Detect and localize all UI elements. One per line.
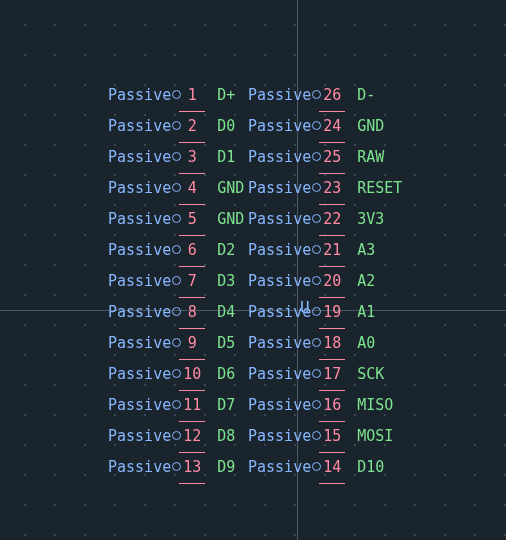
pin-number: 22 — [322, 204, 342, 235]
pin-number: 1 — [182, 80, 202, 111]
pin-electrical-type: Passive — [248, 179, 311, 197]
pin-net-name: A0 — [357, 334, 375, 352]
pin-endpoint-icon — [172, 90, 181, 99]
pin-net-name: D10 — [357, 458, 384, 476]
pin-net-name: A3 — [357, 241, 375, 259]
pin-endpoint-icon — [172, 462, 181, 471]
pin-number: 17 — [322, 359, 342, 390]
pin-electrical-type: Passive — [248, 272, 311, 290]
right-pin-25[interactable]: Passive25 RAW — [248, 142, 402, 173]
pin-net-name: SCK — [357, 365, 384, 383]
left-pin-3[interactable]: Passive3 D1 — [108, 142, 244, 173]
pin-net-name: GND — [357, 117, 384, 135]
left-pin-13[interactable]: Passive13 D9 — [108, 452, 244, 483]
left-pin-1[interactable]: Passive1 D+ — [108, 80, 244, 111]
pin-endpoint-icon — [312, 214, 321, 223]
pin-endpoint-icon — [172, 369, 181, 378]
pin-endpoint-icon — [312, 400, 321, 409]
pin-endpoint-icon — [172, 276, 181, 285]
pin-electrical-type: Passive — [248, 117, 311, 135]
pin-number: 3 — [182, 142, 202, 173]
pin-net-name: 3V3 — [357, 210, 384, 228]
schematic-canvas[interactable]: U Passive1 D+Passive2 D0Passive3 D1Passi… — [0, 0, 506, 540]
pin-endpoint-icon — [312, 152, 321, 161]
pin-number: 6 — [182, 235, 202, 266]
pin-number: 21 — [322, 235, 342, 266]
pin-endpoint-icon — [312, 183, 321, 192]
pin-endpoint-icon — [312, 369, 321, 378]
pin-net-name: D5 — [217, 334, 235, 352]
pin-electrical-type: Passive — [248, 303, 311, 321]
left-pin-5[interactable]: Passive5 GND — [108, 204, 244, 235]
pin-net-name: D8 — [217, 427, 235, 445]
right-pin-24[interactable]: Passive24 GND — [248, 111, 402, 142]
pin-electrical-type: Passive — [248, 458, 311, 476]
pin-endpoint-icon — [312, 307, 321, 316]
pin-electrical-type: Passive — [108, 365, 171, 383]
right-pin-21[interactable]: Passive21 A3 — [248, 235, 402, 266]
pin-electrical-type: Passive — [108, 179, 171, 197]
pin-electrical-type: Passive — [248, 210, 311, 228]
pin-net-name: MOSI — [357, 427, 393, 445]
pin-number: 4 — [182, 173, 202, 204]
right-pin-22[interactable]: Passive22 3V3 — [248, 204, 402, 235]
pin-electrical-type: Passive — [248, 365, 311, 383]
pin-electrical-type: Passive — [108, 86, 171, 104]
pin-endpoint-icon — [312, 121, 321, 130]
pin-electrical-type: Passive — [108, 210, 171, 228]
right-pin-14[interactable]: Passive14 D10 — [248, 452, 402, 483]
right-pin-23[interactable]: Passive23 RESET — [248, 173, 402, 204]
right-pin-20[interactable]: Passive20 A2 — [248, 266, 402, 297]
pin-electrical-type: Passive — [248, 86, 311, 104]
pin-endpoint-icon — [312, 245, 321, 254]
pin-endpoint-icon — [172, 307, 181, 316]
pin-number: 14 — [322, 452, 342, 483]
left-pin-6[interactable]: Passive6 D2 — [108, 235, 244, 266]
pin-net-name: GND — [217, 210, 244, 228]
left-pin-7[interactable]: Passive7 D3 — [108, 266, 244, 297]
left-pin-10[interactable]: Passive10 D6 — [108, 359, 244, 390]
pin-electrical-type: Passive — [108, 458, 171, 476]
pin-number: 25 — [322, 142, 342, 173]
pin-number: 18 — [322, 328, 342, 359]
pin-net-name: D2 — [217, 241, 235, 259]
pin-endpoint-icon — [312, 462, 321, 471]
pin-number: 8 — [182, 297, 202, 328]
right-pin-17[interactable]: Passive17 SCK — [248, 359, 402, 390]
pin-endpoint-icon — [172, 431, 181, 440]
pin-electrical-type: Passive — [108, 117, 171, 135]
pin-number: 7 — [182, 266, 202, 297]
pin-net-name: GND — [217, 179, 244, 197]
pin-net-name: D6 — [217, 365, 235, 383]
pin-net-name: A1 — [357, 303, 375, 321]
pin-number: 16 — [322, 390, 342, 421]
pin-endpoint-icon — [172, 214, 181, 223]
right-pin-18[interactable]: Passive18 A0 — [248, 328, 402, 359]
left-pin-2[interactable]: Passive2 D0 — [108, 111, 244, 142]
pin-electrical-type: Passive — [248, 334, 311, 352]
pin-endpoint-icon — [172, 400, 181, 409]
pin-endpoint-icon — [312, 431, 321, 440]
pin-net-name: D7 — [217, 396, 235, 414]
pin-electrical-type: Passive — [108, 272, 171, 290]
left-pin-12[interactable]: Passive12 D8 — [108, 421, 244, 452]
left-pin-9[interactable]: Passive9 D5 — [108, 328, 244, 359]
right-pin-15[interactable]: Passive15 MOSI — [248, 421, 402, 452]
right-pin-16[interactable]: Passive16 MISO — [248, 390, 402, 421]
pin-column-right: Passive26 D-Passive24 GNDPassive25 RAWPa… — [248, 80, 402, 483]
right-pin-19[interactable]: Passive19 A1 — [248, 297, 402, 328]
right-pin-26[interactable]: Passive26 D- — [248, 80, 402, 111]
pin-net-name: MISO — [357, 396, 393, 414]
left-pin-8[interactable]: Passive8 D4 — [108, 297, 244, 328]
pin-net-name: D0 — [217, 117, 235, 135]
pin-electrical-type: Passive — [248, 396, 311, 414]
pin-net-name: D+ — [217, 86, 235, 104]
pin-number: 12 — [182, 421, 202, 452]
pin-number: 9 — [182, 328, 202, 359]
pin-electrical-type: Passive — [248, 148, 311, 166]
pin-net-name: D1 — [217, 148, 235, 166]
pin-electrical-type: Passive — [248, 241, 311, 259]
left-pin-4[interactable]: Passive4 GND — [108, 173, 244, 204]
left-pin-11[interactable]: Passive11 D7 — [108, 390, 244, 421]
pin-electrical-type: Passive — [108, 241, 171, 259]
